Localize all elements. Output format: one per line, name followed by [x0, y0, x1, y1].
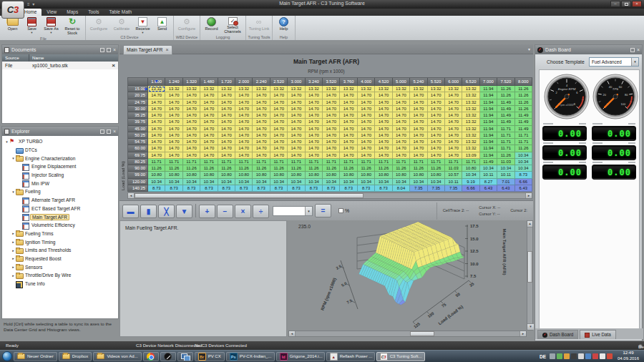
table-cell[interactable]: 13.32 — [375, 86, 392, 92]
table-cell[interactable]: 14.70 — [218, 145, 235, 152]
column-header-2.240[interactable]: 2.240 — [253, 78, 270, 86]
table-cell[interactable]: 14.70 — [148, 145, 165, 152]
table-cell[interactable]: 11.94 — [480, 99, 497, 106]
table-cell[interactable]: 10.34 — [410, 179, 427, 185]
table-cell[interactable]: 11.26 — [306, 165, 323, 172]
table-cell[interactable]: 14.70 — [323, 152, 340, 159]
table-cell[interactable]: 14.70 — [410, 126, 427, 132]
pin-icon[interactable] — [630, 48, 635, 52]
table-cell[interactable]: 14.70 — [288, 106, 305, 112]
multiply-button[interactable]: × — [235, 205, 251, 218]
table-cell[interactable]: 13.32 — [183, 86, 200, 92]
table-cell[interactable]: 13.32 — [462, 126, 479, 132]
table-cell[interactable]: 13.32 — [462, 139, 479, 145]
column-source[interactable]: Source — [2, 54, 29, 62]
table-cell[interactable]: 10.34 — [358, 179, 375, 185]
subtract-button[interactable]: − — [217, 205, 233, 218]
table-cell[interactable]: 14.70 — [306, 132, 323, 139]
table-cell[interactable]: 14.70 — [375, 139, 392, 145]
table-cell[interactable]: 14.70 — [410, 152, 427, 159]
table-cell[interactable]: 14.70 — [218, 152, 235, 159]
scrollbar-thumb[interactable] — [527, 251, 532, 283]
table-cell[interactable]: 14.70 — [183, 112, 200, 119]
tree-item-engine-displacement[interactable]: Engine Displacement — [2, 162, 118, 171]
table-cell[interactable]: 14.70 — [375, 92, 392, 99]
table-cell[interactable]: 14.70 — [340, 152, 357, 159]
table-cell[interactable]: 11.26 — [428, 165, 445, 172]
ribbon-tab-table-math[interactable]: Table Math — [104, 9, 137, 16]
tray-icon-5[interactable] — [578, 353, 584, 359]
table-cell[interactable]: 10.80 — [306, 172, 323, 178]
tree-item-ect-based-target-afr[interactable]: ECT Based Target AFR — [2, 205, 118, 213]
table-cell[interactable]: 14.70 — [165, 92, 182, 99]
table-cell[interactable]: 14.70 — [393, 99, 410, 106]
table-cell[interactable]: 11.26 — [410, 165, 427, 172]
table-cell[interactable]: 11.94 — [480, 152, 497, 159]
expander-icon[interactable]: ▸ — [11, 256, 16, 260]
table-cell[interactable]: 11.71 — [515, 132, 532, 139]
table-cell[interactable]: 8.27 — [480, 179, 497, 185]
scrollbar-thumb[interactable] — [410, 331, 434, 336]
table-cell[interactable]: 14.70 — [218, 112, 235, 119]
table-cell[interactable]: 11.26 — [515, 145, 532, 152]
table-cell[interactable]: 10.34 — [462, 172, 479, 178]
column-header-6.520[interactable]: 6.520 — [462, 78, 479, 86]
table-cell[interactable]: 10.34 — [428, 179, 445, 185]
table-cell[interactable]: 14.70 — [375, 119, 392, 125]
table-cell[interactable]: 14.70 — [183, 119, 200, 125]
tree-item-min-ipw[interactable]: Min IPW — [2, 179, 118, 187]
tree-item-ignition-timing[interactable]: ▸Ignition Timing — [2, 238, 118, 246]
tree-item-volumetric-efficiency[interactable]: Volumetric Efficiency — [2, 221, 118, 230]
table-cell[interactable]: 14.70 — [393, 126, 410, 132]
table-cell[interactable]: 11.71 — [393, 159, 410, 165]
tray-icon-6[interactable] — [585, 353, 591, 359]
tree-item-requested-boost[interactable]: ▸Requested Boost — [2, 255, 118, 263]
table-cell[interactable]: 13.32 — [428, 86, 445, 92]
row-header-35.25[interactable]: 35.25 — [128, 112, 148, 119]
reset-to-stock-button[interactable]: ↻Reset to Stock — [61, 16, 84, 36]
pin-icon[interactable] — [107, 48, 111, 52]
table-cell[interactable]: 10.80 — [462, 165, 479, 172]
table-cell[interactable]: 14.70 — [306, 126, 323, 132]
table-cell[interactable]: 13.32 — [235, 86, 253, 92]
table-cell[interactable]: 8.04 — [393, 185, 410, 192]
panel-window-icon[interactable] — [100, 129, 104, 134]
ribbon-tab-maps[interactable]: Maps — [62, 9, 83, 16]
table-cell[interactable]: 13.32 — [200, 86, 218, 92]
table-cell[interactable]: 13.32 — [253, 86, 270, 92]
select-channels-button[interactable]: ✓Select Channels — [221, 16, 244, 34]
table-cell[interactable]: 13.09 — [462, 152, 479, 159]
table-cell[interactable]: 14.70 — [253, 132, 270, 139]
tray-icon-1[interactable] — [550, 353, 555, 359]
document-row[interactable]: File xp1000_turbo.stk × — [2, 62, 118, 69]
taskbar-item-chrome[interactable] — [143, 352, 159, 361]
table-cell[interactable]: 14.70 — [323, 99, 340, 106]
table-cell[interactable]: 14.70 — [323, 145, 340, 152]
table-cell[interactable]: 14.70 — [200, 145, 218, 152]
table-cell[interactable]: 10.34 — [235, 179, 253, 185]
tab-main-target-afr[interactable]: Main Target AFR × — [123, 45, 172, 54]
column-header-1.320[interactable]: 1.320 — [183, 78, 200, 86]
close-icon[interactable]: × — [637, 48, 640, 52]
table-cell[interactable]: 14.70 — [253, 106, 270, 112]
record-button[interactable]: Record — [202, 16, 221, 34]
column-header-5.520[interactable]: 5.520 — [428, 78, 445, 86]
table-cell[interactable]: 14.70 — [393, 119, 410, 125]
table-cell[interactable]: 8.73 — [270, 185, 288, 192]
app-logo[interactable]: C3 — [1, 1, 24, 19]
table-cell[interactable]: 14.70 — [288, 132, 305, 139]
table-cell[interactable]: 10.34 — [393, 179, 410, 185]
table-cell[interactable]: 8.73 — [358, 185, 375, 192]
table-cell[interactable]: 11.71 — [323, 159, 340, 165]
expander-icon[interactable]: ▸ — [11, 248, 16, 253]
table-cell[interactable]: 11.26 — [165, 165, 182, 172]
table-cell[interactable]: 14.70 — [148, 99, 165, 106]
table-cell[interactable]: 14.70 — [218, 106, 235, 112]
table-cell[interactable]: 14.70 — [183, 126, 200, 132]
tray-icon-4[interactable] — [571, 353, 577, 359]
quick-access-toolbar[interactable]: ≡ ▾ — [27, 1, 35, 6]
table-cell[interactable]: 11.26 — [148, 165, 165, 172]
table-cell[interactable]: 14.70 — [165, 145, 182, 152]
table-cell[interactable]: 14.70 — [148, 119, 165, 125]
percent-checkbox[interactable] — [338, 208, 343, 213]
